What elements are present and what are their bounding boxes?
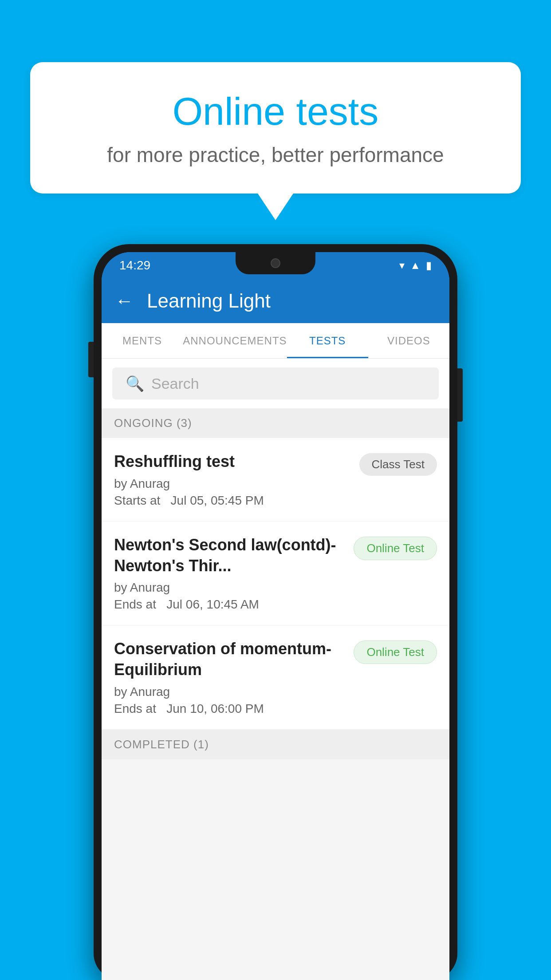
back-button[interactable]: ← (115, 290, 134, 312)
search-icon: 🔍 (126, 375, 144, 392)
camera-icon (271, 258, 280, 268)
speech-bubble-wrapper: Online tests for more practice, better p… (30, 62, 521, 220)
tab-bar: MENTS ANNOUNCEMENTS TESTS VIDEOS (102, 323, 449, 359)
test-item-3[interactable]: Conservation of momentum-Equilibrium by … (102, 625, 449, 730)
tab-ments[interactable]: MENTS (102, 323, 183, 358)
speech-bubble-subtitle: for more practice, better performance (66, 143, 485, 167)
phone-screen: 14:29 ▾ ▲ ▮ ← Learning Light MENTS ANNOU… (102, 252, 449, 980)
test-author-3: by Anurag (114, 685, 345, 699)
speech-bubble-title: Online tests (66, 89, 485, 134)
wifi-icon: ▾ (399, 259, 405, 272)
test-badge-3: Online Test (354, 640, 437, 664)
test-name-2: Newton's Second law(contd)-Newton's Thir… (114, 535, 345, 577)
test-info-3: Conservation of momentum-Equilibrium by … (114, 639, 345, 716)
speech-bubble-arrow (258, 194, 293, 220)
test-badge-2: Online Test (354, 537, 437, 560)
test-list: Reshuffling test by Anurag Starts at Jul… (102, 438, 449, 730)
battery-icon: ▮ (426, 259, 432, 272)
test-item-1[interactable]: Reshuffling test by Anurag Starts at Jul… (102, 438, 449, 522)
phone-outer: 14:29 ▾ ▲ ▮ ← Learning Light MENTS ANNOU… (94, 244, 457, 980)
tab-tests[interactable]: TESTS (287, 323, 368, 358)
test-author-2: by Anurag (114, 581, 345, 595)
test-name-1: Reshuffling test (114, 451, 350, 472)
app-title: Learning Light (147, 290, 271, 312)
test-info-1: Reshuffling test by Anurag Starts at Jul… (114, 451, 350, 508)
content-area: 🔍 Search ONGOING (3) Reshuffling test by… (102, 359, 449, 980)
test-item-2[interactable]: Newton's Second law(contd)-Newton's Thir… (102, 522, 449, 626)
test-time-2: Ends at Jul 06, 10:45 AM (114, 597, 345, 612)
test-time-1: Starts at Jul 05, 05:45 PM (114, 494, 350, 508)
test-info-2: Newton's Second law(contd)-Newton's Thir… (114, 535, 345, 612)
tab-announcements[interactable]: ANNOUNCEMENTS (183, 323, 287, 358)
search-placeholder: Search (151, 375, 199, 392)
ongoing-section-header: ONGOING (3) (102, 408, 449, 438)
app-bar: ← Learning Light (102, 279, 449, 323)
search-bar[interactable]: 🔍 Search (112, 368, 439, 399)
test-badge-1: Class Test (359, 453, 437, 476)
test-author-1: by Anurag (114, 477, 350, 491)
test-name-3: Conservation of momentum-Equilibrium (114, 639, 345, 680)
tab-videos[interactable]: VIDEOS (368, 323, 449, 358)
signal-icon: ▲ (410, 259, 421, 272)
phone-notch (236, 252, 315, 274)
phone-wrapper: 14:29 ▾ ▲ ▮ ← Learning Light MENTS ANNOU… (94, 244, 457, 980)
completed-section-header: COMPLETED (1) (102, 730, 449, 759)
search-container: 🔍 Search (102, 359, 449, 408)
speech-bubble: Online tests for more practice, better p… (30, 62, 521, 194)
status-time: 14:29 (119, 258, 150, 273)
status-icons: ▾ ▲ ▮ (399, 259, 432, 272)
test-time-3: Ends at Jun 10, 06:00 PM (114, 702, 345, 716)
